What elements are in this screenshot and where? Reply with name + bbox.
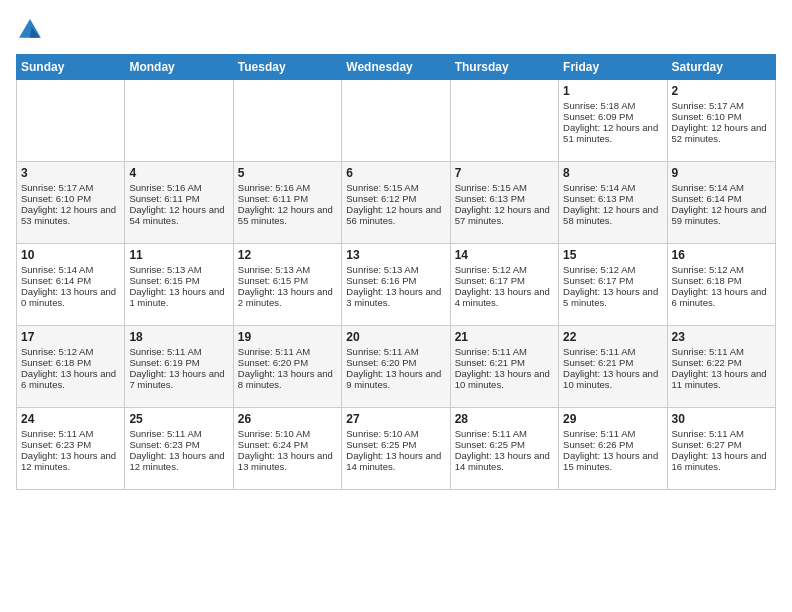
cell-info: Sunrise: 5:11 AM bbox=[238, 346, 337, 357]
cell-info: Sunrise: 5:16 AM bbox=[238, 182, 337, 193]
cell-info: Sunset: 6:13 PM bbox=[563, 193, 662, 204]
cell-info: Daylight: 12 hours and 53 minutes. bbox=[21, 204, 120, 226]
weekday-header: Tuesday bbox=[233, 55, 341, 80]
cell-info: Sunset: 6:25 PM bbox=[346, 439, 445, 450]
calendar-cell: 4Sunrise: 5:16 AMSunset: 6:11 PMDaylight… bbox=[125, 162, 233, 244]
cell-info: Sunrise: 5:15 AM bbox=[346, 182, 445, 193]
calendar-cell: 12Sunrise: 5:13 AMSunset: 6:15 PMDayligh… bbox=[233, 244, 341, 326]
day-number: 28 bbox=[455, 412, 554, 426]
weekday-header: Friday bbox=[559, 55, 667, 80]
day-number: 19 bbox=[238, 330, 337, 344]
calendar-cell: 2Sunrise: 5:17 AMSunset: 6:10 PMDaylight… bbox=[667, 80, 775, 162]
cell-info: Sunset: 6:14 PM bbox=[672, 193, 771, 204]
cell-info: Sunset: 6:23 PM bbox=[21, 439, 120, 450]
cell-info: Sunrise: 5:12 AM bbox=[21, 346, 120, 357]
cell-info: Sunrise: 5:16 AM bbox=[129, 182, 228, 193]
calendar-cell: 1Sunrise: 5:18 AMSunset: 6:09 PMDaylight… bbox=[559, 80, 667, 162]
day-number: 17 bbox=[21, 330, 120, 344]
cell-info: Daylight: 13 hours and 11 minutes. bbox=[672, 368, 771, 390]
cell-info: Daylight: 12 hours and 56 minutes. bbox=[346, 204, 445, 226]
cell-info: Sunset: 6:16 PM bbox=[346, 275, 445, 286]
cell-info: Sunrise: 5:11 AM bbox=[563, 346, 662, 357]
cell-info: Daylight: 13 hours and 2 minutes. bbox=[238, 286, 337, 308]
cell-info: Sunset: 6:25 PM bbox=[455, 439, 554, 450]
calendar-cell: 21Sunrise: 5:11 AMSunset: 6:21 PMDayligh… bbox=[450, 326, 558, 408]
cell-info: Sunrise: 5:13 AM bbox=[346, 264, 445, 275]
cell-info: Sunset: 6:26 PM bbox=[563, 439, 662, 450]
calendar-cell: 5Sunrise: 5:16 AMSunset: 6:11 PMDaylight… bbox=[233, 162, 341, 244]
calendar-cell bbox=[125, 80, 233, 162]
cell-info: Daylight: 13 hours and 10 minutes. bbox=[455, 368, 554, 390]
cell-info: Sunset: 6:09 PM bbox=[563, 111, 662, 122]
calendar-cell: 28Sunrise: 5:11 AMSunset: 6:25 PMDayligh… bbox=[450, 408, 558, 490]
cell-info: Sunset: 6:11 PM bbox=[238, 193, 337, 204]
header-row: SundayMondayTuesdayWednesdayThursdayFrid… bbox=[17, 55, 776, 80]
cell-info: Sunset: 6:15 PM bbox=[238, 275, 337, 286]
cell-info: Sunset: 6:21 PM bbox=[455, 357, 554, 368]
day-number: 2 bbox=[672, 84, 771, 98]
cell-info: Sunrise: 5:12 AM bbox=[563, 264, 662, 275]
cell-info: Sunrise: 5:11 AM bbox=[129, 428, 228, 439]
calendar-cell: 17Sunrise: 5:12 AMSunset: 6:18 PMDayligh… bbox=[17, 326, 125, 408]
calendar-week-row: 17Sunrise: 5:12 AMSunset: 6:18 PMDayligh… bbox=[17, 326, 776, 408]
day-number: 8 bbox=[563, 166, 662, 180]
cell-info: Sunrise: 5:14 AM bbox=[563, 182, 662, 193]
day-number: 18 bbox=[129, 330, 228, 344]
day-number: 14 bbox=[455, 248, 554, 262]
cell-info: Sunset: 6:17 PM bbox=[563, 275, 662, 286]
calendar-week-row: 10Sunrise: 5:14 AMSunset: 6:14 PMDayligh… bbox=[17, 244, 776, 326]
cell-info: Sunset: 6:10 PM bbox=[21, 193, 120, 204]
calendar-cell: 26Sunrise: 5:10 AMSunset: 6:24 PMDayligh… bbox=[233, 408, 341, 490]
calendar-cell: 8Sunrise: 5:14 AMSunset: 6:13 PMDaylight… bbox=[559, 162, 667, 244]
calendar-cell: 29Sunrise: 5:11 AMSunset: 6:26 PMDayligh… bbox=[559, 408, 667, 490]
weekday-header: Sunday bbox=[17, 55, 125, 80]
cell-info: Sunrise: 5:11 AM bbox=[455, 428, 554, 439]
cell-info: Daylight: 13 hours and 13 minutes. bbox=[238, 450, 337, 472]
cell-info: Sunset: 6:20 PM bbox=[238, 357, 337, 368]
cell-info: Sunrise: 5:11 AM bbox=[455, 346, 554, 357]
cell-info: Daylight: 12 hours and 52 minutes. bbox=[672, 122, 771, 144]
cell-info: Daylight: 13 hours and 1 minute. bbox=[129, 286, 228, 308]
cell-info: Daylight: 13 hours and 14 minutes. bbox=[455, 450, 554, 472]
cell-info: Sunset: 6:13 PM bbox=[455, 193, 554, 204]
cell-info: Sunrise: 5:12 AM bbox=[672, 264, 771, 275]
cell-info: Sunset: 6:12 PM bbox=[346, 193, 445, 204]
cell-info: Sunrise: 5:15 AM bbox=[455, 182, 554, 193]
cell-info: Daylight: 12 hours and 55 minutes. bbox=[238, 204, 337, 226]
day-number: 27 bbox=[346, 412, 445, 426]
cell-info: Sunset: 6:23 PM bbox=[129, 439, 228, 450]
calendar-cell: 23Sunrise: 5:11 AMSunset: 6:22 PMDayligh… bbox=[667, 326, 775, 408]
calendar-cell: 16Sunrise: 5:12 AMSunset: 6:18 PMDayligh… bbox=[667, 244, 775, 326]
calendar-cell: 30Sunrise: 5:11 AMSunset: 6:27 PMDayligh… bbox=[667, 408, 775, 490]
day-number: 5 bbox=[238, 166, 337, 180]
day-number: 26 bbox=[238, 412, 337, 426]
cell-info: Daylight: 12 hours and 57 minutes. bbox=[455, 204, 554, 226]
cell-info: Sunrise: 5:14 AM bbox=[21, 264, 120, 275]
cell-info: Daylight: 13 hours and 12 minutes. bbox=[21, 450, 120, 472]
cell-info: Sunset: 6:11 PM bbox=[129, 193, 228, 204]
day-number: 10 bbox=[21, 248, 120, 262]
calendar-cell: 7Sunrise: 5:15 AMSunset: 6:13 PMDaylight… bbox=[450, 162, 558, 244]
cell-info: Sunrise: 5:17 AM bbox=[21, 182, 120, 193]
calendar-cell: 14Sunrise: 5:12 AMSunset: 6:17 PMDayligh… bbox=[450, 244, 558, 326]
calendar-week-row: 24Sunrise: 5:11 AMSunset: 6:23 PMDayligh… bbox=[17, 408, 776, 490]
calendar-week-row: 1Sunrise: 5:18 AMSunset: 6:09 PMDaylight… bbox=[17, 80, 776, 162]
cell-info: Sunrise: 5:13 AM bbox=[238, 264, 337, 275]
cell-info: Sunrise: 5:11 AM bbox=[346, 346, 445, 357]
calendar-cell bbox=[450, 80, 558, 162]
cell-info: Sunrise: 5:10 AM bbox=[346, 428, 445, 439]
cell-info: Daylight: 13 hours and 0 minutes. bbox=[21, 286, 120, 308]
calendar-table: SundayMondayTuesdayWednesdayThursdayFrid… bbox=[16, 54, 776, 490]
calendar-cell: 25Sunrise: 5:11 AMSunset: 6:23 PMDayligh… bbox=[125, 408, 233, 490]
day-number: 7 bbox=[455, 166, 554, 180]
day-number: 25 bbox=[129, 412, 228, 426]
cell-info: Daylight: 12 hours and 59 minutes. bbox=[672, 204, 771, 226]
cell-info: Daylight: 12 hours and 54 minutes. bbox=[129, 204, 228, 226]
cell-info: Daylight: 13 hours and 9 minutes. bbox=[346, 368, 445, 390]
day-number: 13 bbox=[346, 248, 445, 262]
cell-info: Sunrise: 5:18 AM bbox=[563, 100, 662, 111]
calendar-cell: 18Sunrise: 5:11 AMSunset: 6:19 PMDayligh… bbox=[125, 326, 233, 408]
cell-info: Daylight: 12 hours and 51 minutes. bbox=[563, 122, 662, 144]
cell-info: Sunset: 6:22 PM bbox=[672, 357, 771, 368]
calendar-cell: 22Sunrise: 5:11 AMSunset: 6:21 PMDayligh… bbox=[559, 326, 667, 408]
